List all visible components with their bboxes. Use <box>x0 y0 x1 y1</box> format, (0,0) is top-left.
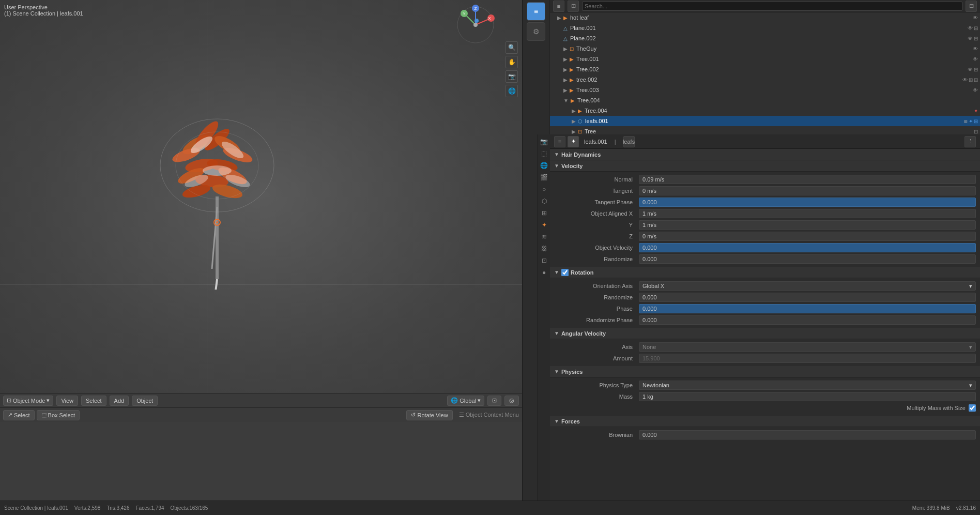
velocity-randomize-value[interactable]: 0.000 <box>639 254 976 264</box>
outliner-item-tree002b[interactable]: ▶ ▶ tree.002 👁 ⊞ ⊟ <box>550 74 980 85</box>
y-spacer: Y <box>554 222 637 228</box>
prop-particle-btn[interactable]: ✦ <box>568 136 579 147</box>
hair-dynamics-header[interactable]: ▼ Hair Dynamics <box>550 149 980 160</box>
randomize-phase-value[interactable]: 0.000 <box>639 315 976 325</box>
visibility-icon[interactable]: 👁 <box>973 56 978 62</box>
visibility-icon[interactable]: 👁 <box>968 36 973 41</box>
modifier-icon2[interactable]: ⊞ <box>974 118 978 124</box>
object-velocity-value[interactable]: 0.000 <box>639 243 976 252</box>
transform-dropdown[interactable]: 🌐 Global ▾ <box>447 396 484 406</box>
box-select-btn[interactable]: ⬚ Box Select <box>37 410 80 420</box>
side-data-icon[interactable]: ⊡ <box>539 255 549 266</box>
visibility-icon[interactable]: 👁 <box>973 87 978 93</box>
rotate-view-btn[interactable]: ↺ Rotate View <box>406 410 452 420</box>
object-btn[interactable]: Object <box>132 396 158 406</box>
filter-icon3[interactable]: ⊟ <box>974 77 978 83</box>
object-aligned-y-value[interactable]: 1 m/s <box>639 220 976 230</box>
side-object-icon[interactable]: ⬡ <box>539 196 549 206</box>
outliner-item-plane002[interactable]: △ Plane.002 👁 ⊟ <box>550 33 980 43</box>
side-particle-icon[interactable]: ✦ <box>539 220 549 230</box>
mode-panel: ↗ Select ⬚ Box Select ↺ Rotate View ☰ Ob… <box>0 407 522 422</box>
viewport[interactable]: User Perspective (1) Scene Collection | … <box>0 0 522 393</box>
outliner-item-tree004-child[interactable]: ▶ ▶ Tree.004 ✦ <box>550 105 980 116</box>
outliner-item-hot-leaf[interactable]: ▶ ▶ hot leaf 👁 <box>550 12 980 23</box>
outliner-search-input[interactable] <box>582 2 962 11</box>
add-btn[interactable]: Add <box>110 396 129 406</box>
modifier-icon[interactable]: ⊞ <box>969 77 973 83</box>
prop-overflow-btn[interactable]: ⋮ <box>964 136 976 147</box>
side-output-icon[interactable]: ⬚ <box>539 148 549 159</box>
side-physics-icon[interactable]: ≋ <box>539 232 549 242</box>
side-view-icon[interactable]: 🌐 <box>539 160 549 171</box>
forces-header[interactable]: ▼ Forces <box>550 416 980 427</box>
outliner-item-tree004-parent[interactable]: ▼ ▶ Tree.004 <box>550 95 980 105</box>
hand-icon[interactable]: ✋ <box>506 56 518 68</box>
brownian-value[interactable]: 0.000 <box>639 430 976 440</box>
visibility-icon[interactable]: 👁 <box>968 67 973 72</box>
camera-icon[interactable]: 📷 <box>506 70 518 83</box>
outliner-menu-btn[interactable]: ≡ <box>553 1 564 12</box>
physics-type-dropdown[interactable]: Newtonian ▾ <box>639 381 976 390</box>
particle-icon[interactable]: ✦ <box>974 108 978 114</box>
outliner-item-tree001[interactable]: ▶ ▶ Tree.001 👁 <box>550 54 980 64</box>
phase-value[interactable]: 0.000 <box>639 304 976 313</box>
link-icon[interactable]: ⊡ <box>974 129 978 134</box>
viewport-label-top: User Perspective (1) Scene Collection | … <box>4 4 83 17</box>
mass-value[interactable]: 1 kg <box>639 392 976 401</box>
object-aligned-z-value[interactable]: 0 m/s <box>639 232 976 241</box>
select-mode-btn[interactable]: ↗ Select <box>3 410 35 420</box>
outliner-filter-btn[interactable]: ⊟ <box>966 1 977 12</box>
snap-btn[interactable]: ⊡ <box>487 396 501 406</box>
particle-icon2[interactable]: ✦ <box>969 118 973 124</box>
outliner-view-btn[interactable]: ⊡ <box>568 1 579 12</box>
angular-velocity-header[interactable]: ▼ Angular Velocity <box>550 328 980 339</box>
outliner-item-theguy[interactable]: ▶ ⊡ TheGuy 👁 <box>550 43 980 54</box>
select-btn[interactable]: Select <box>81 396 106 406</box>
outliner-item-tree003[interactable]: ▶ ▶ Tree.003 👁 <box>550 85 980 95</box>
prop-type-icons: ≡ ✦ <box>554 136 579 147</box>
side-constraints-icon[interactable]: ⛓ <box>539 244 549 254</box>
rotation-header[interactable]: ▼ Rotation <box>550 267 980 278</box>
visibility-icon[interactable]: 👁 <box>968 25 973 31</box>
rotation-checkbox[interactable] <box>561 269 569 276</box>
outliner-icon[interactable]: ≡ <box>527 2 545 21</box>
view-btn[interactable]: View <box>56 396 78 406</box>
hair-icon[interactable]: ≋ <box>963 118 968 124</box>
filter-icon[interactable]: ⊟ <box>974 36 978 41</box>
outliner-item-leafs001[interactable]: ▶ ⬡ leafs.001 ≋ ✦ ⊞ <box>550 116 980 126</box>
mode-dropdown[interactable]: ⊡ Object Mode ▾ <box>3 396 53 406</box>
prop-menu-btn[interactable]: ≡ <box>554 136 565 147</box>
side-world-icon[interactable]: ○ <box>539 184 549 194</box>
side-render-icon[interactable]: 📷 <box>539 137 549 147</box>
orientation-axis-dropdown[interactable]: Global X ▾ <box>639 281 976 291</box>
visibility-icon[interactable]: 👁 <box>973 46 978 52</box>
rotation-randomize-value[interactable]: 0.000 <box>639 293 976 302</box>
properties-icon[interactable]: ⚙ <box>527 22 545 41</box>
zoom-icon[interactable]: 🔍 <box>506 41 518 54</box>
proportional-btn[interactable]: ◎ <box>504 396 519 406</box>
nav-dot-blue <box>474 19 479 23</box>
velocity-header[interactable]: ▼ Velocity <box>550 160 980 172</box>
visibility-icon[interactable]: 👁 <box>973 15 978 21</box>
physics-header[interactable]: ▼ Physics <box>550 366 980 377</box>
tangent-phase-value[interactable]: 0.000 <box>639 198 976 207</box>
prop-leafs-btn[interactable]: leafs <box>623 136 635 147</box>
filter-icon[interactable]: ⊟ <box>974 25 978 31</box>
mass-label: Mass <box>554 393 637 400</box>
velocity-title: Velocity <box>561 163 583 169</box>
filter-icon2[interactable]: ⊟ <box>974 67 978 72</box>
tangent-value[interactable]: 0 m/s <box>639 186 976 195</box>
angular-amount-value[interactable]: 15.900 <box>639 354 976 363</box>
visibility-icon[interactable]: 👁 <box>962 77 968 83</box>
outliner-item-plane001[interactable]: △ Plane.001 👁 ⊟ <box>550 23 980 33</box>
object-aligned-x-value[interactable]: 1 m/s <box>639 209 976 218</box>
nav-gizmo[interactable]: X Y Z <box>455 4 496 46</box>
outliner-item-tree002[interactable]: ▶ ▶ Tree.002 👁 ⊟ <box>550 64 980 74</box>
angular-axis-dropdown[interactable]: None ▾ <box>639 342 976 352</box>
side-scene-icon[interactable]: 🎬 <box>539 172 549 183</box>
render-icon[interactable]: 🌐 <box>506 85 518 97</box>
side-modifier-icon[interactable]: ⊞ <box>539 208 549 218</box>
side-material-icon[interactable]: ● <box>539 267 549 278</box>
multiply-mass-checkbox[interactable] <box>969 404 976 412</box>
normal-value[interactable]: 0.09 m/s <box>639 175 976 184</box>
